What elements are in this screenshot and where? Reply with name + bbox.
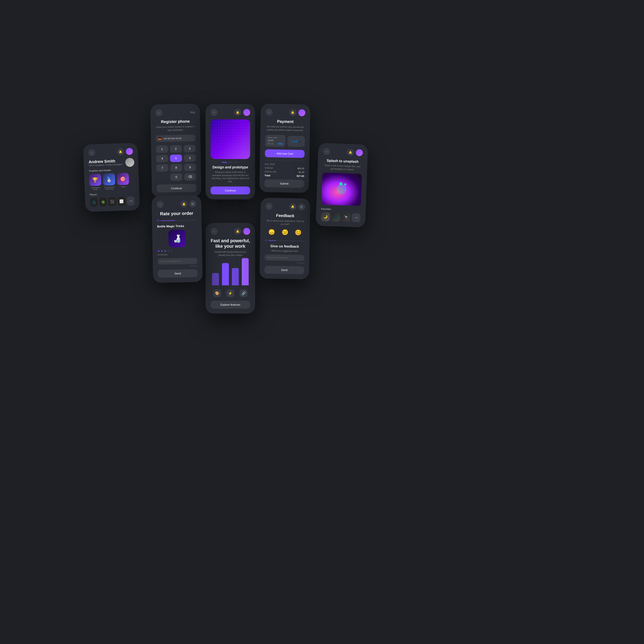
- profile-header: ‹ 🔔: [88, 148, 133, 156]
- trophy-item-2: 🥈 3D teamwork community: [103, 173, 115, 190]
- progress-indicators: [211, 162, 250, 163]
- bell-icon[interactable]: 🔔: [234, 228, 241, 235]
- explore-button[interactable]: Explore features: [211, 301, 250, 309]
- cart-icon[interactable]: 🛒: [298, 203, 305, 210]
- paypal-option[interactable]: PayPal: [287, 136, 305, 147]
- bell-icon[interactable]: 🔔: [289, 203, 296, 210]
- key-6[interactable]: 6: [184, 154, 196, 162]
- bell-icon[interactable]: 🔔: [117, 148, 124, 155]
- trophy-label-2: 3D teamwork community: [103, 186, 115, 190]
- star-4[interactable]: ★: [167, 249, 170, 253]
- key-9[interactable]: 9: [184, 164, 196, 171]
- back-button[interactable]: ‹: [266, 203, 272, 210]
- bell-icon[interactable]: 🔔: [180, 200, 187, 207]
- place-2: ✳️: [99, 197, 107, 207]
- features-title: Fast and powerful, like your work: [211, 238, 250, 249]
- places-row: 🌑 ✳️ ⬛ ⬜ +9: [90, 196, 135, 207]
- key-2[interactable]: 2: [170, 145, 182, 153]
- star-2[interactable]: ★: [161, 249, 163, 253]
- avatar[interactable]: [243, 109, 250, 116]
- send-button[interactable]: Send: [158, 269, 198, 278]
- back-button[interactable]: ‹: [211, 228, 217, 235]
- trophy-icon-1: 🏆: [89, 174, 101, 186]
- flag-icon: 🇩🇪: [158, 137, 161, 140]
- credit-card[interactable]: **** **** 2203 09 / 20 VISA: [265, 135, 286, 147]
- give-feedback-title: Give us feedback: [265, 244, 304, 249]
- emoji-sad[interactable]: 😞: [268, 229, 275, 235]
- phone-input[interactable]: 🇩🇪 +38 063 864 68 90: [156, 135, 195, 142]
- paypal-label: PayPal: [292, 140, 300, 143]
- star-1[interactable]: ★: [158, 249, 160, 253]
- review-input[interactable]: Add your thoughts here: [158, 258, 197, 265]
- avatar[interactable]: [356, 149, 363, 156]
- write-suggestion: Write your suggestion here: [265, 249, 304, 253]
- key-4[interactable]: 4: [156, 155, 168, 162]
- emoji-happy[interactable]: 😊: [295, 229, 301, 236]
- progress-dot-1: [222, 162, 227, 163]
- step-label: 01: [265, 239, 267, 241]
- place-1: 🌑: [90, 198, 98, 207]
- back-button[interactable]: ‹: [88, 149, 95, 156]
- total-value: $27.80: [296, 175, 304, 178]
- place-4: ⬜: [117, 197, 125, 206]
- progress-bar-bg: [161, 220, 197, 221]
- trophy-label-1: Colleagues photo: [89, 187, 101, 190]
- skip-label[interactable]: Skip: [190, 111, 195, 113]
- star-5[interactable]: ★: [170, 249, 173, 252]
- key-8[interactable]: 8: [170, 164, 182, 172]
- feedback-subtitle: Tell us about your experience. How do yo…: [265, 219, 305, 226]
- avatar[interactable]: [298, 109, 305, 116]
- splash-title: Splash to unsplash: [323, 158, 362, 164]
- bell-icon[interactable]: 🔔: [289, 109, 296, 116]
- total-label: Total: [265, 174, 270, 177]
- submit-button[interactable]: Submit: [264, 179, 304, 188]
- star-3[interactable]: ★: [164, 249, 166, 253]
- emoji-row: 😞 😐 😊: [265, 229, 305, 236]
- progress-dot-2: [228, 162, 233, 163]
- send-button[interactable]: Send: [265, 266, 304, 274]
- key-5[interactable]: 5: [170, 155, 182, 162]
- numpad: 1 2 3 4 5 6 7 8 9 0 ⌫: [156, 145, 196, 181]
- key-0[interactable]: 0: [170, 173, 183, 181]
- add-cart-button[interactable]: Add new Cart: [265, 149, 305, 158]
- key-backspace[interactable]: ⌫: [184, 173, 196, 181]
- back-button[interactable]: ‹: [155, 109, 162, 116]
- feature-icons: 🎨 ⚡ 🔗: [211, 289, 250, 297]
- register-title: Register phone: [156, 119, 195, 124]
- cart-icon[interactable]: 🛒: [189, 200, 196, 207]
- delivery-label: Delivery fee: [265, 170, 276, 173]
- key-7[interactable]: 7: [156, 164, 168, 172]
- delivery-value: $1.25: [299, 171, 304, 173]
- avatar[interactable]: [243, 228, 250, 235]
- places-label: Places: [90, 192, 134, 196]
- continue-button[interactable]: Continue: [157, 184, 196, 193]
- reviews-count: 54 Reviews: [158, 253, 197, 256]
- continue-button[interactable]: Continue: [211, 187, 250, 194]
- rate-header: ‹ 🔔 🛒: [157, 200, 196, 208]
- total-row: Total $27.80: [265, 174, 304, 178]
- fav-1: 🌙: [321, 212, 330, 221]
- trophy-label-3: Work: [121, 186, 125, 188]
- register-card: ‹ Skip Register phone Enter your mobile …: [150, 104, 202, 198]
- register-subtitle: Enter your mobile number to enable 2-ste…: [156, 125, 195, 132]
- favorites-row: 🌙 🌑 🔭 +4: [321, 212, 361, 222]
- feature-icon-2: ⚡: [226, 289, 234, 297]
- phone-number: +38 063 864 68 90: [163, 137, 181, 140]
- bell-icon[interactable]: 🔔: [347, 149, 354, 156]
- features-subtitle: Packed with design features you already …: [211, 250, 250, 257]
- back-button[interactable]: ‹: [157, 201, 163, 208]
- progress-bar-fill: [161, 220, 175, 221]
- back-button[interactable]: ‹: [323, 148, 330, 155]
- key-3[interactable]: 3: [184, 145, 196, 153]
- emoji-neutral[interactable]: 😐: [282, 229, 288, 236]
- key-1[interactable]: 1: [156, 145, 168, 153]
- rate-card: ‹ 🔔 🛒 Rate your order 02 Bottle Magic Tr…: [152, 195, 203, 283]
- smoke-bg: [321, 172, 362, 206]
- onboard-image: [211, 119, 250, 159]
- avatar[interactable]: [126, 148, 133, 155]
- back-button[interactable]: ‹: [266, 109, 272, 116]
- feedback-input[interactable]: Add your thoughts here: [265, 254, 304, 261]
- back-button[interactable]: ‹: [211, 109, 217, 116]
- places-more: +9: [127, 196, 135, 206]
- bell-icon[interactable]: 🔔: [234, 109, 241, 116]
